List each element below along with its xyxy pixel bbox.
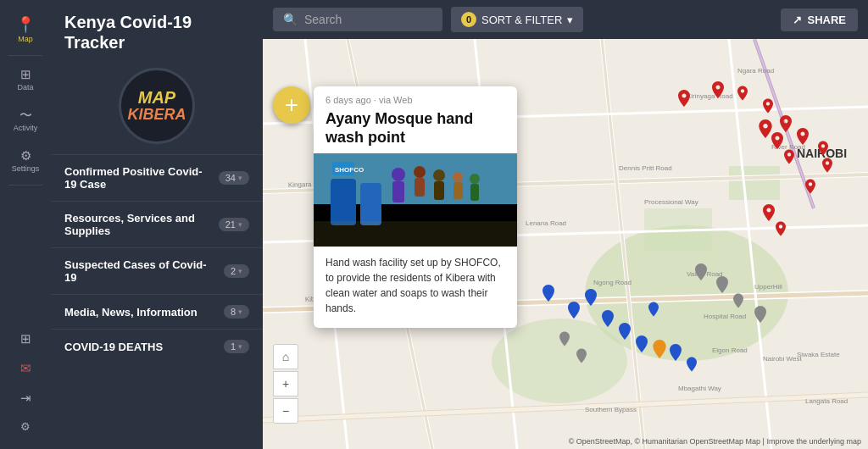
share-button[interactable]: ↗ SHARE xyxy=(781,8,858,31)
home-button[interactable]: ⌂ xyxy=(273,344,298,369)
pin-blue-6[interactable] xyxy=(636,335,648,352)
panel-logo: MAP KIBERA xyxy=(51,61,263,154)
svg-text:Ngong Road: Ngong Road xyxy=(593,279,632,286)
popup-description: Hand wash facility set up by SHOFCO, to … xyxy=(314,247,517,328)
pin-red-10[interactable] xyxy=(763,204,775,221)
share-icon: ↗ xyxy=(793,14,802,26)
filter-label: SORT & FILTER xyxy=(481,14,562,26)
svg-text:Mbagathi Way: Mbagathi Way xyxy=(678,385,721,392)
zoom-out-button[interactable]: − xyxy=(273,398,298,424)
sidebar-item-map[interactable]: 📍 Map xyxy=(0,8,51,52)
svg-text:Processional Way: Processional Way xyxy=(644,198,698,206)
pin-gray-4[interactable] xyxy=(754,306,766,323)
svg-text:Dennis Pritt Road: Dennis Pritt Road xyxy=(619,164,672,172)
logout-icon: ⇥ xyxy=(20,391,31,404)
svg-text:Southern Bypass: Southern Bypass xyxy=(585,406,637,413)
map-icon: 📍 xyxy=(16,17,35,32)
pin-gray-3[interactable] xyxy=(733,293,743,308)
pin-blue-9[interactable] xyxy=(687,357,697,372)
chevron-down-icon: ▾ xyxy=(238,174,242,182)
pin-red-4[interactable] xyxy=(763,98,773,114)
pin-red-6[interactable] xyxy=(797,128,809,145)
chevron-down-icon: ▾ xyxy=(238,342,242,351)
sidebar-item-cog[interactable]: ⚙ xyxy=(0,413,51,441)
pin-red-12[interactable] xyxy=(759,119,772,138)
pin-red-8[interactable] xyxy=(822,158,832,173)
svg-text:Ngara Road: Ngara Road xyxy=(737,67,774,75)
sidebar-divider-2 xyxy=(8,185,42,186)
filter-count-badge: 0 xyxy=(461,12,476,27)
pin-blue-4[interactable] xyxy=(602,310,614,327)
settings-icon: ⚙ xyxy=(20,149,31,162)
category-list: Confirmed Positive Covid-19 Case 34 ▾ Re… xyxy=(51,154,263,449)
category-suspected[interactable]: Suspected Cases of Covid-19 2 ▾ xyxy=(51,247,263,294)
logo-text: MAP xyxy=(127,89,186,106)
sidebar-item-grid[interactable]: ⊞ xyxy=(0,324,51,353)
pin-red-2[interactable] xyxy=(712,81,724,98)
category-media[interactable]: Media, News, Information 8 ▾ xyxy=(51,294,263,329)
sidebar-item-inbox[interactable]: ✉ xyxy=(0,353,51,383)
pin-red-3[interactable] xyxy=(737,86,748,101)
svg-rect-50 xyxy=(434,181,444,200)
pin-red-13[interactable] xyxy=(771,132,783,149)
popup-title: Ayany Mosque hand wash point xyxy=(314,108,517,153)
map-canvas[interactable]: Kingara Road Kibera Drive Southern Bypas… xyxy=(263,39,868,449)
add-location-button[interactable]: + xyxy=(273,86,310,124)
category-deaths[interactable]: COVID-19 DEATHS 1 ▾ xyxy=(51,329,263,363)
search-input[interactable] xyxy=(304,13,415,26)
pin-gray-6[interactable] xyxy=(576,348,587,363)
pin-red-11[interactable] xyxy=(776,221,786,236)
category-resources[interactable]: Resources, Services and Supplies 21 ▾ xyxy=(51,201,263,247)
pin-blue-5[interactable] xyxy=(619,323,631,340)
svg-point-51 xyxy=(453,172,463,182)
search-box[interactable]: 🔍 xyxy=(273,8,442,31)
pin-gray-1[interactable] xyxy=(695,263,707,280)
svg-point-49 xyxy=(433,169,445,181)
svg-point-53 xyxy=(470,174,480,184)
pin-red-1[interactable] xyxy=(678,90,690,107)
svg-rect-54 xyxy=(470,184,479,201)
pin-red-14[interactable] xyxy=(784,149,794,164)
filter-chevron-icon: ▾ xyxy=(567,14,573,26)
pin-blue-2[interactable] xyxy=(568,302,580,319)
cog-icon: ⚙ xyxy=(20,421,31,432)
svg-rect-46 xyxy=(392,181,404,202)
logo-circle: MAP KIBERA xyxy=(119,68,195,144)
svg-text:Kirinyaga Road: Kirinyaga Road xyxy=(687,92,733,100)
category-confirmed[interactable]: Confirmed Positive Covid-19 Case 34 ▾ xyxy=(51,154,263,201)
svg-rect-52 xyxy=(453,182,463,199)
popup-image: SHOFCO xyxy=(314,153,517,247)
badge-deaths: 1 ▾ xyxy=(224,340,249,353)
svg-text:SHOFCO: SHOFCO xyxy=(335,166,364,174)
pin-orange-1[interactable] xyxy=(653,340,666,358)
pin-gray-2[interactable] xyxy=(716,276,728,293)
map-area[interactable]: 🔍 0 SORT & FILTER ▾ ↗ SHARE xyxy=(263,0,868,449)
svg-text:UpperHill: UpperHill xyxy=(754,283,782,291)
pin-blue-3[interactable] xyxy=(585,289,597,306)
sidebar-divider-1 xyxy=(8,55,42,56)
zoom-in-button[interactable]: + xyxy=(273,371,298,396)
sidebar-item-logout[interactable]: ⇥ xyxy=(0,383,51,413)
info-popup: 6 days ago · via Web Ayany Mosque hand w… xyxy=(314,86,517,328)
svg-text:Siwaka Estate: Siwaka Estate xyxy=(797,351,840,358)
sidebar-item-activity[interactable]: 〜 Activity xyxy=(0,100,51,141)
share-label: SHARE xyxy=(807,14,846,26)
sidebar-item-data[interactable]: ⊞ Data xyxy=(0,59,51,100)
search-icon: 🔍 xyxy=(283,13,298,26)
pin-red-9[interactable] xyxy=(805,179,815,194)
pin-gray-5[interactable] xyxy=(559,331,570,346)
pin-blue-1[interactable] xyxy=(542,285,554,302)
pin-blue-7[interactable] xyxy=(648,302,659,317)
chevron-down-icon: ▾ xyxy=(238,220,242,229)
svg-rect-48 xyxy=(415,178,425,197)
svg-rect-3 xyxy=(729,166,780,200)
data-icon: ⊞ xyxy=(20,68,31,80)
pin-blue-8[interactable] xyxy=(670,344,682,361)
svg-text:Elgon Road: Elgon Road xyxy=(712,346,748,354)
pin-red-7[interactable] xyxy=(818,141,828,156)
filter-button[interactable]: 0 SORT & FILTER ▾ xyxy=(451,7,583,32)
pin-red-5[interactable] xyxy=(780,115,792,132)
sidebar-item-settings[interactable]: ⚙ Settings xyxy=(0,141,51,181)
sidebar: 📍 Map ⊞ Data 〜 Activity ⚙ Settings ⊞ ✉ ⇥… xyxy=(0,0,51,449)
panel-title: Kenya Covid-19 Tracker xyxy=(64,12,249,53)
